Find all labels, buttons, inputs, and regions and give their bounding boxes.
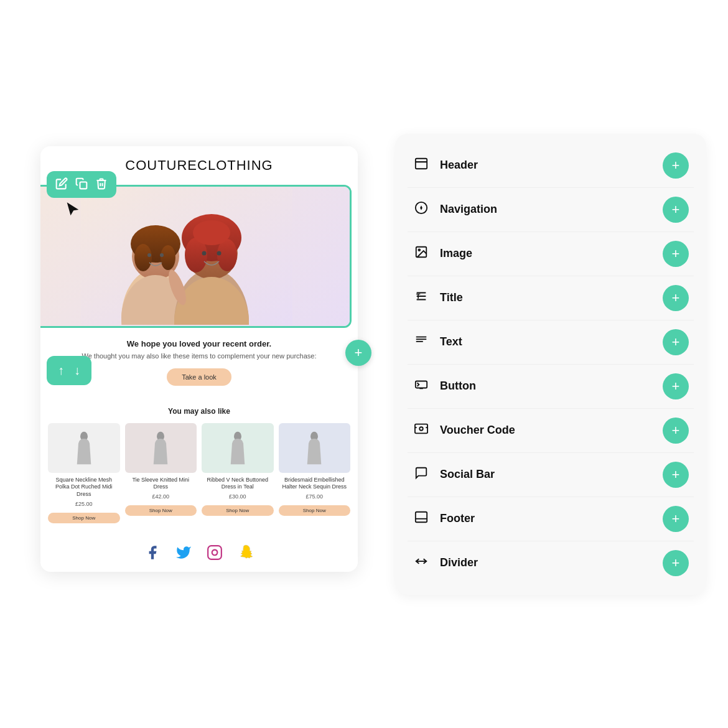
component-left-navigation: Navigation: [413, 201, 497, 218]
add-button-button[interactable]: +: [663, 373, 689, 399]
component-label-footer: Footer: [440, 512, 475, 525]
add-divider-button[interactable]: +: [663, 550, 689, 576]
add-text-button[interactable]: +: [663, 329, 689, 355]
component-label-title: Title: [440, 291, 463, 304]
social-bar: [40, 533, 358, 572]
voucher-icon: [413, 422, 430, 439]
component-item-footer: Footer +: [408, 497, 694, 541]
product-name-0: Square Neckline Mesh Polka Dot Ruched Mi…: [48, 477, 120, 498]
divider-icon: [413, 554, 430, 571]
copy-icon[interactable]: [75, 177, 88, 192]
component-label-divider: Divider: [440, 556, 478, 569]
component-item-title: T Title +: [408, 276, 694, 320]
svg-point-7: [147, 253, 151, 257]
svg-rect-26: [416, 159, 427, 169]
component-label-button: Button: [440, 380, 476, 393]
component-label-navigation: Navigation: [440, 203, 497, 216]
product-image-2: [202, 423, 274, 473]
component-left-voucher: Voucher Code: [413, 422, 515, 439]
product-item: Ribbed V Neck Buttoned Dress in Teal £30…: [202, 423, 274, 523]
component-label-social: Social Bar: [440, 468, 495, 481]
footer-icon: [413, 510, 430, 527]
header-icon: [413, 157, 430, 174]
products-title: You may also like: [48, 407, 350, 416]
svg-rect-37: [416, 381, 427, 388]
add-title-button[interactable]: +: [663, 285, 689, 311]
nav-icon: [413, 201, 430, 218]
add-block-button[interactable]: +: [345, 340, 371, 366]
delete-icon[interactable]: [95, 177, 108, 192]
component-left-divider: Divider: [413, 554, 478, 571]
component-label-header: Header: [440, 159, 478, 172]
component-panel: Header + Navigation + Image + T Title: [395, 134, 706, 595]
component-item-divider: Divider +: [408, 541, 694, 585]
svg-point-15: [193, 220, 230, 245]
component-left-header: Header: [413, 157, 478, 174]
component-left-title: T Title: [413, 289, 463, 306]
add-header-button[interactable]: +: [663, 152, 689, 179]
email-hero-image: [40, 185, 352, 328]
svg-rect-38: [415, 424, 427, 434]
email-preview-wrapper: ↑ ↓ + COUTURECLOTHING: [22, 134, 358, 572]
product-price-0: £25.00: [48, 501, 120, 507]
component-left-social: Social Bar: [413, 466, 495, 483]
twitter-icon[interactable]: [174, 543, 193, 562]
component-item-voucher: Voucher Code +: [408, 409, 694, 453]
svg-point-41: [419, 427, 423, 431]
products-grid: Square Neckline Mesh Polka Dot Ruched Mi…: [48, 423, 350, 523]
component-left-text: Text: [413, 334, 462, 350]
component-label-text: Text: [440, 335, 462, 348]
product-shop-button-3[interactable]: Shop Now: [279, 505, 351, 516]
add-navigation-button[interactable]: +: [663, 197, 689, 223]
edit-icon[interactable]: [55, 177, 68, 192]
add-social-button[interactable]: +: [663, 462, 689, 488]
svg-rect-0: [80, 182, 87, 189]
product-image-1: [125, 423, 197, 473]
image-icon: [413, 245, 430, 262]
product-name-1: Tie Sleeve Knitted Mini Dress: [125, 477, 197, 491]
add-image-button[interactable]: +: [663, 241, 689, 267]
add-voucher-button[interactable]: +: [663, 418, 689, 444]
component-list: Header + Navigation + Image + T Title: [408, 144, 694, 585]
products-section: You may also like Square Neckline Mesh P…: [40, 397, 358, 533]
button-icon: [413, 378, 430, 394]
email-headline: We hope you loved your recent order.: [65, 339, 333, 348]
component-item-navigation: Navigation +: [408, 188, 694, 232]
facebook-icon[interactable]: [143, 543, 162, 562]
component-left-footer: Footer: [413, 510, 475, 527]
add-footer-button[interactable]: +: [663, 506, 689, 532]
product-price-1: £42.00: [125, 493, 197, 500]
component-left-image: Image: [413, 245, 472, 262]
component-label-voucher: Voucher Code: [440, 424, 515, 437]
product-item: Tie Sleeve Knitted Mini Dress £42.00 Sho…: [125, 423, 197, 523]
move-down-icon[interactable]: ↓: [74, 363, 80, 378]
title-icon: T: [413, 289, 430, 306]
floating-toolbar: [47, 171, 116, 198]
email-subtext: We thought you may also like these items…: [65, 352, 333, 360]
product-shop-button-1[interactable]: Shop Now: [125, 505, 197, 516]
product-image-0: [48, 423, 120, 473]
component-item-social: Social Bar +: [408, 453, 694, 497]
svg-point-16: [202, 251, 207, 255]
product-shop-button-0[interactable]: Shop Now: [48, 513, 120, 523]
svg-rect-42: [416, 512, 427, 523]
component-label-image: Image: [440, 247, 472, 260]
instagram-icon[interactable]: [205, 543, 224, 562]
component-item-image: Image +: [408, 232, 694, 276]
email-cta-button[interactable]: Take a look: [167, 368, 231, 386]
cursor-pointer: [64, 201, 82, 223]
component-item-button: Button +: [408, 365, 694, 409]
svg-text:T: T: [416, 292, 421, 300]
product-name-2: Ribbed V Neck Buttoned Dress in Teal: [202, 477, 274, 491]
component-left-button: Button: [413, 378, 476, 394]
move-up-icon[interactable]: ↑: [58, 363, 64, 378]
component-item-text: Text +: [408, 320, 694, 365]
snapchat-icon[interactable]: [236, 543, 255, 562]
product-name-3: Bridesmaid Embellished Halter Neck Sequi…: [279, 477, 351, 491]
hero-illustration-svg: [81, 188, 292, 325]
text-icon: [413, 334, 430, 350]
svg-rect-24: [208, 546, 222, 559]
product-item: Bridesmaid Embellished Halter Neck Sequi…: [279, 423, 351, 523]
product-shop-button-2[interactable]: Shop Now: [202, 505, 274, 516]
hero-background: [40, 187, 350, 326]
